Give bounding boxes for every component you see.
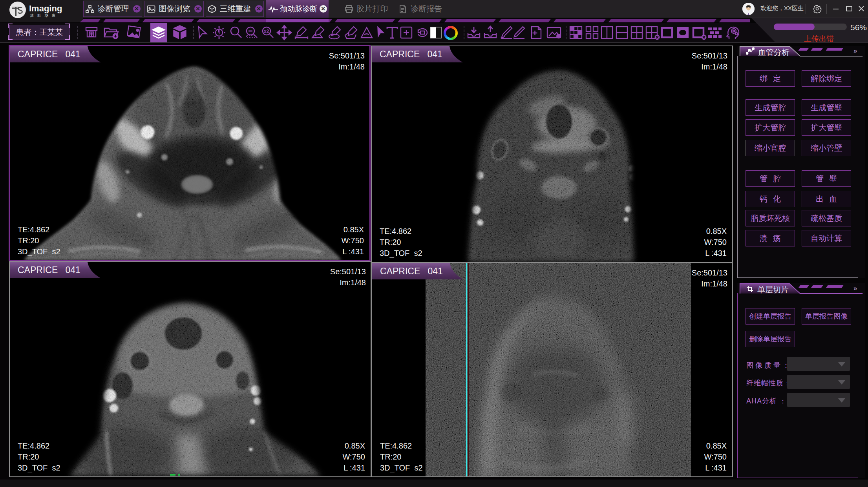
svg-text:x2: x2 xyxy=(264,29,269,34)
